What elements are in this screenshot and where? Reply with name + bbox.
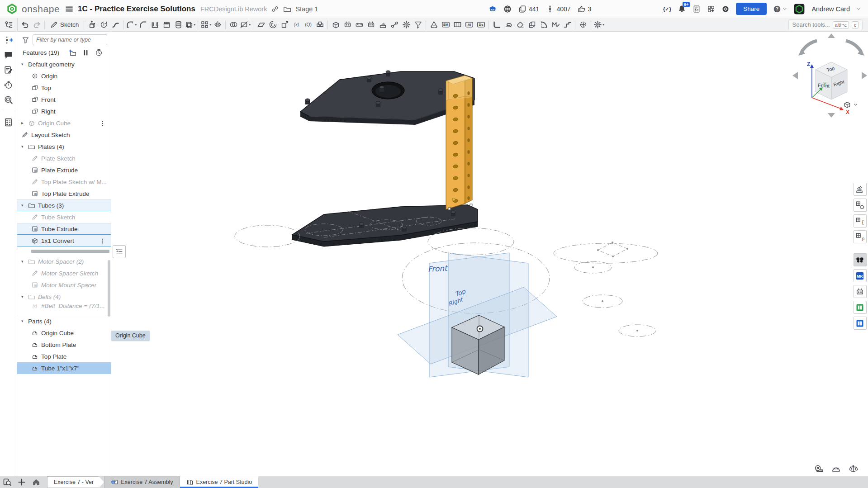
- feature-tree-row[interactable]: Tube Sketch: [17, 211, 111, 223]
- hamburger-menu-icon[interactable]: [65, 5, 74, 14]
- feature-list-toggle-button[interactable]: [0, 18, 18, 32]
- feature-tree-row[interactable]: Motor Mount Spacer: [17, 279, 111, 291]
- tool-button[interactable]: [198, 20, 198, 29]
- history-button[interactable]: [4, 80, 13, 90]
- split-button[interactable]: [239, 19, 251, 31]
- tube-part-selected[interactable]: [446, 76, 472, 210]
- gear-feature-button[interactable]: [400, 19, 412, 31]
- mate-connector-button[interactable]: [389, 19, 400, 31]
- tape-measure-icon[interactable]: [814, 464, 824, 474]
- insert-button[interactable]: [4, 35, 13, 45]
- feature-tree-row[interactable]: Tube Extrude: [17, 223, 111, 235]
- share-button[interactable]: Share: [736, 3, 767, 15]
- feature-list-flyout-button[interactable]: [113, 245, 126, 258]
- feature-tree-row[interactable]: (x) #Belt_Distance = (7/1...: [17, 303, 111, 308]
- view-options-button[interactable]: [843, 100, 864, 109]
- boolean-button[interactable]: [228, 19, 239, 31]
- feature-script-check-icon[interactable]: {✓}: [663, 5, 671, 13]
- featurescript-robot-button[interactable]: [342, 19, 353, 31]
- avatar[interactable]: [793, 3, 805, 15]
- side-sketch-figures[interactable]: [574, 242, 656, 336]
- learning-center-icon[interactable]: [489, 5, 497, 13]
- notes-button[interactable]: [4, 65, 13, 75]
- workspace-name[interactable]: Stage 1: [295, 5, 318, 13]
- shell-button[interactable]: [149, 19, 161, 31]
- routing-button[interactable]: [561, 19, 573, 31]
- undo-button[interactable]: [19, 19, 31, 31]
- checklist-button[interactable]: [4, 118, 13, 127]
- help-menu[interactable]: ?: [773, 5, 787, 13]
- rotate-cw-arrow[interactable]: [846, 41, 861, 52]
- context-dots-icon[interactable]: [100, 120, 111, 127]
- filter-funnel-icon[interactable]: [22, 36, 29, 44]
- move-face-button[interactable]: [526, 19, 538, 31]
- home-button[interactable]: [32, 478, 41, 487]
- tool-button[interactable]: [253, 20, 253, 29]
- appearance-button[interactable]: [377, 19, 389, 31]
- hole-button[interactable]: [161, 19, 172, 31]
- isolate-button[interactable]: [412, 19, 424, 31]
- protractor-icon[interactable]: [831, 464, 841, 474]
- strip-button[interactable]: [2, 111, 15, 111]
- feature-tree-row[interactable]: Tubes (3): [17, 199, 111, 211]
- tool-button[interactable]: [327, 20, 328, 29]
- feature-tree-row[interactable]: Right: [17, 105, 111, 117]
- replace-face-button[interactable]: [550, 19, 561, 31]
- config-variables-button[interactable]: { }: [854, 214, 867, 227]
- search-model-button[interactable]: [4, 95, 13, 104]
- tool-button[interactable]: [489, 20, 489, 29]
- rotate-ccw-arrow[interactable]: [802, 41, 817, 52]
- custom-features-button[interactable]: [593, 19, 605, 31]
- user-menu-chevron-icon[interactable]: [856, 7, 861, 11]
- configurations-button[interactable]: [854, 199, 867, 212]
- app-store-icon[interactable]: [707, 5, 715, 13]
- suppress-icon[interactable]: [82, 49, 90, 57]
- part-row[interactable]: Bottom Plate: [17, 339, 111, 351]
- fillet-button[interactable]: [125, 19, 137, 31]
- cone-tool-button[interactable]: [428, 19, 440, 31]
- feature-tree-row[interactable]: Front: [17, 94, 111, 105]
- rollback-history-icon[interactable]: [95, 49, 103, 57]
- feature-tree-row[interactable]: Origin: [17, 70, 111, 82]
- thread-button[interactable]: [172, 19, 184, 31]
- tool-button[interactable]: [426, 20, 426, 29]
- tab-exercise7-version[interactable]: Exercise 7 - Ver: [47, 476, 104, 488]
- comments-button[interactable]: [4, 50, 13, 60]
- redo-button[interactable]: [31, 19, 43, 31]
- revolve-button[interactable]: [98, 19, 109, 31]
- copies-count[interactable]: 441: [518, 5, 539, 13]
- tool-button[interactable]: [44, 20, 45, 29]
- origin-point[interactable]: [477, 326, 483, 332]
- notifications-button[interactable]: 9+: [678, 5, 686, 13]
- origin-target-button[interactable]: [577, 19, 589, 31]
- search-tools[interactable]: Search tools... alt/⌥ c: [788, 19, 863, 30]
- mass-properties-icon[interactable]: [849, 464, 858, 474]
- caret-icon[interactable]: [21, 319, 28, 323]
- feature-tree-row[interactable]: Top Plate Extrude: [17, 188, 111, 199]
- bottom-plate-part[interactable]: [292, 205, 478, 246]
- variable-studio-button[interactable]: (Q): [302, 19, 314, 31]
- mk-extension-button[interactable]: MK: [854, 269, 867, 282]
- feature-tree-row[interactable]: Motor Spacer Sketch: [17, 267, 111, 279]
- thicken-button[interactable]: [184, 19, 196, 31]
- appearance-panel-button[interactable]: [854, 183, 867, 196]
- sheet-metal-button[interactable]: SM: [440, 19, 451, 31]
- tool-button[interactable]: [575, 20, 575, 29]
- feature-tree-row[interactable]: Plate Extrude: [17, 164, 111, 176]
- extrude-button[interactable]: [86, 19, 98, 31]
- filter-input[interactable]: [33, 34, 107, 45]
- caret-icon[interactable]: [21, 62, 28, 66]
- feature-tree-row[interactable]: Motor Spacer (2): [17, 256, 111, 267]
- tool-button[interactable]: [123, 20, 123, 29]
- caret-icon[interactable]: [21, 295, 28, 299]
- sweep-button[interactable]: [109, 19, 121, 31]
- composite-part-button[interactable]: [314, 19, 326, 31]
- belt-sketch-circle-right[interactable]: [428, 228, 514, 255]
- config-features-button[interactable]: (x): [854, 230, 867, 243]
- delete-face-button[interactable]: [514, 19, 526, 31]
- primitive-cube-button[interactable]: [330, 19, 342, 31]
- plane-button[interactable]: [255, 19, 267, 31]
- belt-sketch-circle-far[interactable]: [554, 243, 658, 263]
- measure-tool-button[interactable]: [353, 19, 365, 31]
- blue-library-button[interactable]: [854, 317, 867, 330]
